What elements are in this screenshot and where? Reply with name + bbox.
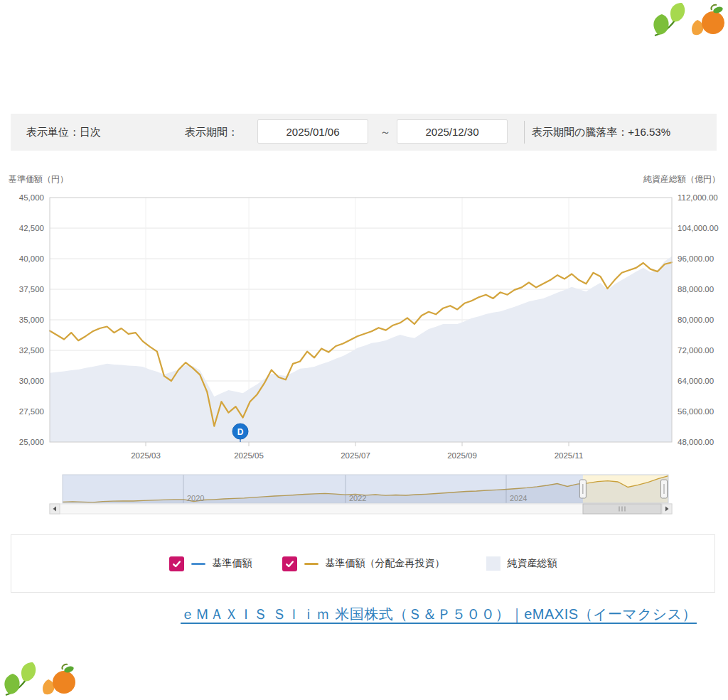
svg-text:2025/07: 2025/07: [341, 451, 370, 460]
checkbox-checked-icon[interactable]: [169, 556, 184, 571]
svg-text:40,000: 40,000: [19, 254, 44, 263]
svg-text:30,000: 30,000: [19, 377, 44, 385]
checkbox-checked-icon[interactable]: [282, 556, 297, 571]
svg-text:104,000.00: 104,000.00: [678, 224, 719, 232]
svg-text:88,000.00: 88,000.00: [678, 285, 714, 294]
footer-link-row: ｅＭＡＸＩＳ Ｓｌｉｍ 米国株式（Ｓ＆Ｐ５００）｜eMAXIS（イーマクシス）: [155, 605, 722, 624]
svg-text:42,500: 42,500: [19, 224, 44, 232]
orange-icon: [43, 664, 75, 694]
svg-text:2025/09: 2025/09: [447, 451, 477, 460]
svg-text:32,500: 32,500: [19, 346, 44, 355]
svg-text:64,000.00: 64,000.00: [678, 377, 714, 385]
svg-text:2020: 2020: [187, 494, 204, 502]
tea-leaf-icon: [653, 3, 685, 36]
tea-leaf-icon: [4, 662, 36, 695]
legend-item-nav-price[interactable]: 基準価額: [169, 556, 252, 571]
legend-item-net-assets[interactable]: 純資産総額: [486, 556, 557, 571]
legend-label-net-assets: 純資産総額: [508, 557, 557, 570]
legend-item-nav-price-reinvested[interactable]: 基準価額（分配金再投資）: [282, 556, 445, 571]
svg-text:35,000: 35,000: [19, 316, 44, 324]
svg-text:27,500: 27,500: [19, 407, 44, 416]
price-chart[interactable]: 45,000112,000.0042,500104,000.0040,00096…: [0, 192, 728, 465]
chart-navigator[interactable]: 202020222024: [0, 469, 728, 520]
decoration-top-right: [651, 1, 725, 41]
svg-text:D: D: [237, 427, 244, 437]
period-separator: ～: [375, 114, 396, 151]
svg-text:112,000.00: 112,000.00: [678, 193, 718, 202]
svg-text:25,000: 25,000: [19, 438, 44, 446]
svg-text:37,500: 37,500: [19, 285, 44, 294]
legend: 基準価額 基準価額（分配金再投資） 純資産総額: [11, 534, 715, 593]
period-start-input[interactable]: [257, 119, 368, 144]
right-axis-title: 純資産総額（億円）: [643, 173, 720, 185]
svg-text:2024: 2024: [510, 494, 527, 502]
period-end-input[interactable]: [397, 119, 508, 144]
svg-text:2025/03: 2025/03: [131, 451, 161, 460]
svg-text:48,000.00: 48,000.00: [678, 438, 714, 446]
net-assets-area-swatch: [486, 556, 500, 571]
svg-text:96,000.00: 96,000.00: [678, 254, 714, 263]
navigator-mask[interactable]: [63, 475, 583, 503]
period-change-rate: 表示期間の騰落率：+16.53%: [532, 114, 670, 151]
chart-toolbar: 表示単位：日次 表示期間： ～ 表示期間の騰落率：+16.53%: [11, 114, 717, 151]
svg-text:72,000.00: 72,000.00: [678, 346, 714, 355]
display-period-label: 表示期間：: [185, 114, 238, 151]
display-unit-label: 表示単位：日次: [26, 114, 101, 151]
net-assets-area: [50, 257, 672, 442]
fund-page-link[interactable]: ｅＭＡＸＩＳ Ｓｌｉｍ 米国株式（Ｓ＆Ｐ５００）｜eMAXIS（イーマクシス）: [181, 606, 697, 622]
svg-text:2025/11: 2025/11: [555, 451, 584, 460]
svg-text:56,000.00: 56,000.00: [678, 407, 714, 416]
toolbar-divider: [524, 121, 525, 144]
svg-text:45,000: 45,000: [19, 193, 44, 202]
svg-text:80,000.00: 80,000.00: [678, 316, 714, 324]
nav-price-line-swatch: [191, 563, 205, 565]
legend-label-nav-price: 基準価額: [213, 557, 252, 570]
reinvested-line-swatch: [304, 563, 318, 565]
svg-text:2022: 2022: [349, 494, 366, 502]
fund-chart-page: 表示単位：日次 表示期間： ～ 表示期間の騰落率：+16.53% 基準価額（円）…: [0, 0, 728, 700]
navigator-right-handle[interactable]: [661, 480, 668, 498]
svg-text:2025/05: 2025/05: [234, 451, 264, 460]
navigator-left-handle[interactable]: [579, 480, 586, 498]
legend-label-reinvested: 基準価額（分配金再投資）: [326, 557, 445, 570]
orange-icon: [692, 5, 724, 35]
scrollbar-track[interactable]: [50, 504, 672, 514]
left-axis-title: 基準価額（円）: [9, 173, 68, 185]
decoration-bottom-left: [1, 661, 76, 700]
